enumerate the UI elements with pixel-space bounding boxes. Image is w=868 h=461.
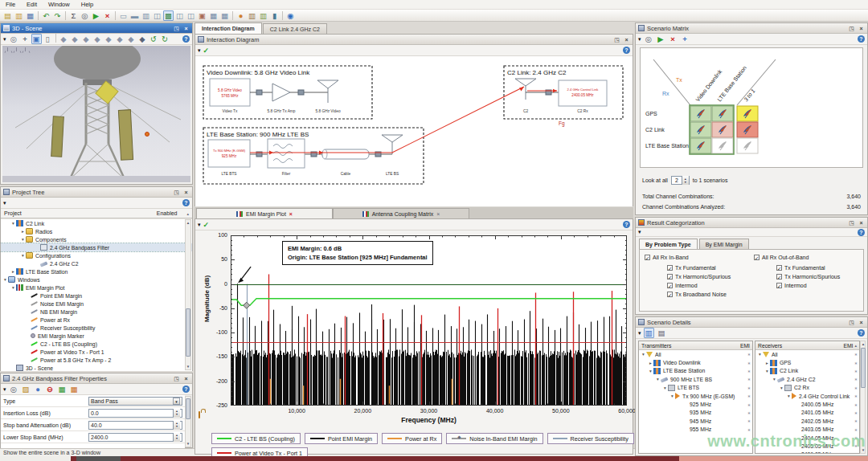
receiver-tree-item[interactable]: 2401.05 MHz [755, 409, 859, 417]
expander-icon[interactable]: ▾ [764, 369, 770, 373]
stepper-icon[interactable]: ▲▼ [173, 433, 180, 442]
antenna-symbol[interactable] [317, 80, 338, 88]
expander-icon[interactable]: ▾ [2, 277, 8, 282]
transmitters-header[interactable]: Transmitters EMI [639, 341, 752, 350]
toolbar-icon[interactable]: ◫ [186, 10, 196, 21]
close-icon[interactable] [182, 375, 190, 382]
document-tab[interactable]: Interaction Diagram [194, 22, 262, 34]
close-icon[interactable] [858, 319, 865, 326]
toolbar-icon[interactable]: ▦ [208, 10, 219, 21]
toolbar-menu-icon[interactable] [638, 330, 641, 337]
expander-icon[interactable]: ▸ [20, 229, 26, 234]
in-band-item-checkbox[interactable]: Tx Broadband Noise [667, 292, 731, 297]
tree-item[interactable]: ▾ Components [1, 235, 192, 243]
plot-tab[interactable]: EMI Margin Plot [196, 208, 333, 218]
properties-toolbar-icon[interactable]: ⊖ [45, 384, 55, 394]
toolbar-icon[interactable]: × [102, 10, 113, 21]
in-band-checkbox[interactable]: All Rx In-Band [645, 255, 689, 260]
tree-item[interactable]: 2.4 GHz C2 [1, 259, 192, 267]
scene3d-toolbar-icon[interactable]: ◆ [126, 34, 137, 44]
tree-item[interactable]: Power at 5.8 GHz Tx Amp - 2 [1, 356, 192, 364]
out-of-band-item-checkbox[interactable]: Tx Harmonic/Spurious [776, 274, 840, 279]
help-icon[interactable] [623, 47, 630, 54]
tree-item[interactable]: ▾ Windows [1, 275, 192, 284]
cable-component[interactable] [322, 149, 369, 159]
menu-item[interactable]: Window [43, 1, 76, 8]
expander-icon[interactable]: ▸ [10, 269, 16, 274]
tree-item[interactable]: Noise EMI Margin [1, 300, 192, 308]
project-tree-header[interactable]: Project Enabled ▴ [1, 209, 192, 218]
toolbar-icon[interactable] [65, 11, 66, 20]
scenario-count-stepper[interactable]: 2 ▲▼ [671, 176, 690, 185]
enabled-column-header[interactable]: Enabled [157, 210, 178, 216]
toolbar-icon[interactable]: ▦ [219, 10, 230, 21]
toolbar-menu-icon[interactable] [198, 222, 201, 228]
expander-icon[interactable]: ▸ [764, 361, 770, 365]
toolbar-menu-icon[interactable] [3, 386, 6, 393]
properties-toolbar-icon[interactable]: ◎ [9, 384, 19, 394]
in-band-item-checkbox[interactable]: Tx Fundamental [667, 265, 731, 271]
scene3d-toolbar-icon[interactable]: ↻ [160, 34, 170, 44]
receiver-tree-item[interactable]: 2406.05 MHz [755, 451, 859, 454]
receiver-tree-item[interactable]: ▾ All [755, 350, 859, 358]
transmitter-tree-item[interactable]: ▸ Video Downlink [639, 358, 752, 366]
tree-item[interactable]: 3D - Scene [1, 364, 192, 371]
help-icon[interactable] [182, 35, 190, 43]
properties-toolbar-icon[interactable]: ● [33, 384, 43, 394]
float-icon[interactable] [848, 319, 855, 326]
properties-scrollbar[interactable]: ▼ [185, 396, 191, 447]
transmitter-tree-item[interactable]: ▾ 900 MHz LTE BS [639, 375, 752, 383]
receiver-tree-item[interactable]: ▸ GPS [755, 358, 859, 366]
connector[interactable] [298, 90, 304, 95]
receiver-tree-item[interactable]: 2400.05 MHz [755, 400, 859, 408]
receiver-tree-item[interactable]: ▾ 2.4 GHz Control Link [755, 392, 859, 400]
in-band-item-checkbox[interactable]: Tx Harmonic/Spurious [667, 274, 731, 279]
toolbar-icon[interactable]: ● [235, 10, 246, 21]
transmitter-tree-item[interactable]: ▾ LTE BTS [639, 384, 752, 392]
toolbar-icon[interactable]: ▥ [141, 10, 151, 21]
transmitter-tree-item[interactable]: ▾ All [639, 350, 752, 358]
insertion-loss-input[interactable]: 0.0 ▲▼ [88, 409, 182, 418]
legend-item[interactable]: Receiver Susceptibility [547, 433, 634, 444]
categorization-tab[interactable]: By Problem Type [639, 239, 698, 249]
close-tab-icon[interactable] [289, 211, 293, 217]
tree-item[interactable]: 2.4 GHz Bandpass Filter [1, 243, 192, 251]
float-icon[interactable] [173, 189, 180, 196]
help-icon[interactable] [182, 386, 190, 393]
tower-3d-model[interactable] [2, 46, 190, 182]
menu-item[interactable]: File [0, 1, 21, 8]
sort-icon[interactable]: ▴ [186, 211, 189, 216]
close-tab-icon[interactable] [436, 211, 440, 217]
scene3d-toolbar-icon[interactable]: ◆ [137, 34, 148, 44]
menu-item[interactable]: Edit [21, 1, 43, 8]
toolbar-menu-icon[interactable] [198, 47, 201, 54]
stepper-icon[interactable]: ▲▼ [173, 409, 180, 418]
help-icon[interactable] [858, 229, 865, 236]
help-icon[interactable] [623, 221, 630, 228]
receiver-tree-item[interactable]: 2402.05 MHz [755, 417, 859, 425]
scene3d-toolbar-icon[interactable] [55, 34, 56, 43]
toolbar-icon[interactable] [115, 11, 116, 20]
scene3d-toolbar-icon[interactable]: ◆ [115, 34, 125, 44]
toolbar-icon[interactable] [232, 11, 233, 20]
details-alt-view-icon[interactable]: ▤ [657, 328, 667, 338]
close-icon[interactable] [623, 36, 630, 43]
transmitter-tree-item[interactable]: ▾ LTE Base Station [639, 367, 752, 375]
expander-icon[interactable]: ▾ [641, 352, 646, 357]
stepper-icon[interactable]: ▲▼ [682, 176, 689, 185]
toolbar-icon[interactable]: ▤ [2, 10, 13, 21]
help-icon[interactable] [858, 35, 865, 43]
float-icon[interactable] [613, 36, 620, 43]
scene3d-toolbar-icon[interactable]: ▯ [43, 34, 53, 44]
toolbar-icon[interactable]: Σ [68, 10, 79, 21]
categorization-tab[interactable]: By EMI Margin [699, 239, 749, 249]
help-icon[interactable] [858, 329, 865, 337]
toolbar-icon[interactable]: ▥ [247, 10, 257, 21]
lower-stopband-input[interactable]: 2400.0 ▲▼ [88, 433, 182, 442]
tree-item[interactable]: Receiver Susceptibility [1, 324, 192, 332]
tree-item[interactable]: ▸ LTE Base Station [1, 267, 192, 275]
connector[interactable] [256, 90, 262, 95]
toolbar-icon[interactable]: ▬ [129, 10, 140, 21]
document-tab[interactable]: C2 Link 2.4 GHz C2 [263, 23, 327, 34]
transmitter-tree-item[interactable]: 925 MHz [639, 400, 752, 408]
